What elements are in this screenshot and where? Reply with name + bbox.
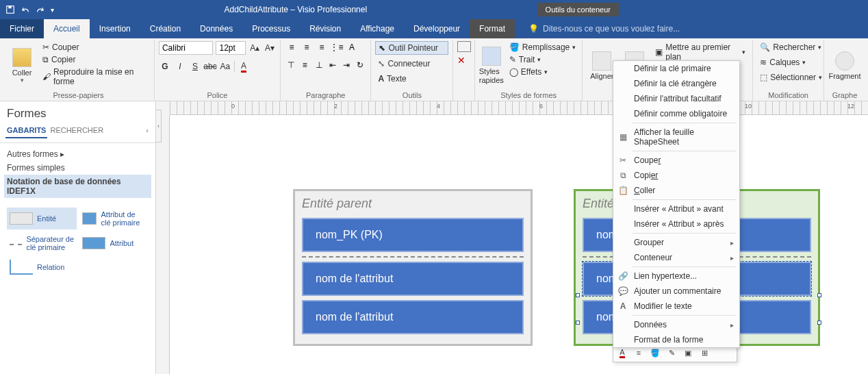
paste-button[interactable]: Coller ▾ [7, 41, 37, 90]
selection-handle[interactable] [817, 293, 821, 297]
tab-home[interactable]: Accueil [44, 19, 90, 38]
fragment-button[interactable]: Fragment [828, 41, 861, 90]
cm-container[interactable]: Conteneur▸ [613, 250, 739, 265]
cm-insert-after[interactable]: Insérer « Attribut » après [613, 216, 739, 232]
tab-file[interactable]: Fichier [0, 19, 44, 38]
bold-button[interactable]: G [159, 60, 171, 73]
entity-parent-attr2[interactable]: nom de l'attribut [302, 300, 524, 334]
format-painter-button[interactable]: 🖌Reproduire la mise en forme [40, 66, 150, 88]
pointer-tool-button[interactable]: ⬉Outil Pointeur [375, 41, 448, 55]
fill-button[interactable]: 🪣Remplissage▾ [507, 41, 578, 53]
cm-data[interactable]: Données▸ [613, 317, 739, 332]
cm-insert-before[interactable]: Insérer « Attribut » avant [613, 201, 739, 216]
shape-pk-separator[interactable]: Séparateur de clé primaire [7, 232, 77, 254]
layers-button[interactable]: ≋Calques▾ [757, 56, 819, 68]
selection-handle[interactable] [576, 293, 580, 297]
align-bottom-icon[interactable]: ⊥ [312, 59, 324, 71]
pane-collapse-handle[interactable]: ‹ [156, 110, 162, 142]
cm-set-required[interactable]: Définir comme obligatoire [613, 106, 739, 121]
align-middle-icon[interactable]: ≡ [298, 59, 311, 71]
delete-icon[interactable]: ✕ [457, 55, 470, 66]
italic-button[interactable]: I [174, 60, 186, 73]
cm-set-primary-key[interactable]: Définir la clé primaire [613, 61, 739, 76]
change-case-button[interactable]: Aa [219, 60, 231, 73]
find-button[interactable]: 🔍Rechercher▾ [757, 41, 819, 53]
decrease-indent-icon[interactable]: ⇤ [327, 59, 339, 71]
copy-icon: ⧉ [42, 55, 49, 64]
cm-cut[interactable]: ✂Couper [613, 153, 739, 168]
tab-insert[interactable]: Insertion [90, 19, 140, 38]
search-tab[interactable]: RECHERCHER [49, 123, 105, 138]
bullets-icon[interactable]: ⋮≡ [330, 41, 344, 53]
tab-view[interactable]: Affichage [350, 19, 404, 38]
connector-tool-button[interactable]: ⤡Connecteur [375, 58, 448, 70]
shape-relation[interactable]: Relation [7, 257, 77, 277]
align-right-icon[interactable]: ≡ [315, 41, 329, 53]
increase-font-icon[interactable]: A▴ [248, 42, 261, 54]
decrease-font-icon[interactable]: A▾ [264, 42, 276, 54]
tab-data[interactable]: Données [190, 19, 242, 38]
collapse-shapes-icon[interactable]: ‹ [144, 123, 150, 138]
connector-icon: ⤡ [378, 59, 385, 68]
tab-design[interactable]: Création [140, 19, 190, 38]
cm-set-optional[interactable]: Définir l'attribut facultatif [613, 91, 739, 106]
font-size-combo[interactable]: 12pt [216, 41, 246, 55]
cm-group[interactable]: Grouper▸ [613, 235, 739, 250]
cm-shapesheet[interactable]: ▦Afficher la feuille ShapeSheet [613, 125, 739, 149]
font-color-button[interactable]: A [238, 60, 250, 73]
mt-group-icon[interactable]: ⊞ [698, 346, 711, 360]
align-top-icon[interactable]: ⊤ [285, 59, 297, 71]
select-button[interactable]: ⬚Sélectionner▾ [757, 71, 819, 84]
selection-handle[interactable] [817, 321, 821, 325]
current-stencil-item[interactable]: Notation de base de données IDEF1X [4, 175, 151, 198]
cut-button[interactable]: ✂Couper [40, 41, 150, 53]
text-tool-button[interactable]: ATexte [375, 73, 448, 85]
tab-review[interactable]: Révision [300, 19, 350, 38]
drawing-canvas[interactable]: Entité parent nom_PK (PK) nom de l'attri… [170, 115, 868, 374]
align-center-icon[interactable]: ≡ [300, 41, 314, 53]
mt-fill-icon[interactable]: 🪣 [648, 346, 662, 360]
shape-entity[interactable]: Entité [7, 208, 77, 229]
cm-comment[interactable]: 💬Ajouter un commentaire [613, 284, 739, 299]
mt-line-icon[interactable]: ✎ [665, 346, 678, 360]
effects-button[interactable]: ◯Effets▾ [507, 66, 578, 78]
cm-format-shape[interactable]: Format de la forme [613, 332, 739, 347]
more-shapes-item[interactable]: Autres formes ▸ [7, 147, 149, 161]
copy-button[interactable]: ⧉Copier [40, 53, 150, 66]
cm-set-foreign-key[interactable]: Définir la clé étrangère [613, 76, 739, 91]
cm-edit-text[interactable]: AModifier le texte [613, 299, 739, 314]
entity-parent-attr1[interactable]: nom de l'attribut [302, 262, 524, 296]
tab-developer[interactable]: Développeur [404, 19, 470, 38]
cm-hyperlink[interactable]: 🔗Lien hypertexte... [613, 269, 739, 284]
cm-paste-label2: oller [640, 186, 656, 195]
editing-group-label: Modification [757, 90, 819, 99]
tab-process[interactable]: Processus [242, 19, 300, 38]
tell-me-search[interactable]: 💡 Dites-nous ce que vous voulez faire... [528, 19, 680, 38]
save-icon[interactable] [5, 5, 15, 14]
rectangle-tool-icon[interactable] [457, 41, 471, 52]
font-size-increase-icon[interactable]: A [345, 41, 359, 53]
redo-icon[interactable] [36, 5, 45, 14]
underline-button[interactable]: S [189, 60, 201, 73]
tab-format[interactable]: Format [470, 19, 515, 38]
undo-icon[interactable] [21, 5, 30, 14]
stencils-tab[interactable]: GABARITS [5, 123, 47, 138]
mt-align-icon[interactable]: ≡ [632, 346, 646, 360]
line-button[interactable]: ✎Trait▾ [507, 53, 578, 66]
increase-indent-icon[interactable]: ⇥ [340, 59, 353, 71]
align-left-icon[interactable]: ≡ [285, 41, 298, 53]
font-name-combo[interactable]: Calibri [159, 41, 214, 55]
cm-copy[interactable]: ⧉Copier [613, 168, 739, 183]
shape-pk-attribute[interactable]: Attribut de clé primaire [79, 208, 149, 229]
cm-paste[interactable]: 📋Coller [613, 183, 739, 198]
mt-arrange-icon[interactable]: ▣ [681, 346, 695, 360]
shape-attribute[interactable]: Attribut [79, 232, 149, 254]
entity-parent-pk[interactable]: nom_PK (PK) [302, 218, 524, 252]
entity-parent-shape[interactable]: Entité parent nom_PK (PK) nom de l'attri… [293, 189, 533, 346]
strikethrough-button[interactable]: abc [204, 60, 216, 73]
mt-font-color-icon[interactable]: A [615, 346, 629, 360]
simple-shapes-item[interactable]: Formes simples [7, 161, 149, 175]
rotate-text-icon[interactable]: ↻ [354, 59, 366, 71]
quick-styles-button[interactable]: Styles rapides [479, 41, 504, 90]
selection-handle[interactable] [576, 321, 580, 325]
